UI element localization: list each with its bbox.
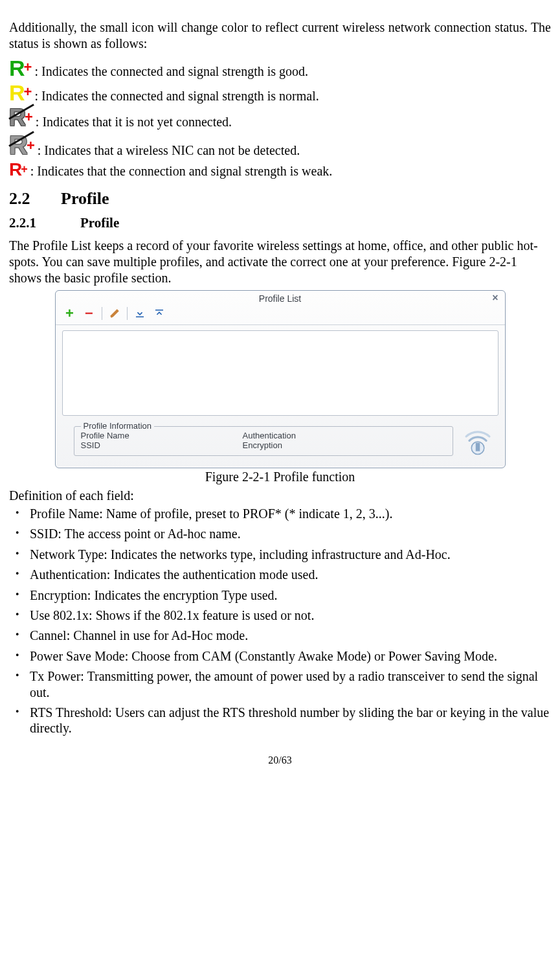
import-button[interactable]: [131, 306, 149, 321]
remove-profile-button[interactable]: −: [80, 306, 98, 321]
toolbar-separator: [102, 307, 102, 320]
list-item: Authentication: Indicates the authentica…: [30, 567, 551, 582]
subsection-title: Profile: [80, 215, 119, 231]
status-normal: R+ : Indicates the connected and signal …: [9, 82, 551, 104]
signal-weak-icon: R+: [9, 161, 28, 179]
export-icon: [153, 308, 165, 319]
wifi-icon: [461, 425, 495, 459]
add-profile-button[interactable]: +: [61, 306, 79, 321]
signal-nonic-icon: R+: [9, 132, 35, 158]
definition-heading: Definition of each field:: [9, 488, 551, 503]
label-profile-name: Profile Name: [81, 431, 243, 440]
profile-description: The Profile List keeps a record of your …: [9, 238, 551, 286]
import-icon: [134, 308, 146, 319]
close-icon[interactable]: ×: [492, 292, 498, 304]
list-item: Encryption: Indicates the encryption Typ…: [30, 587, 551, 603]
figure-caption: Figure 2-2-1 Profile function: [9, 470, 551, 484]
field-definitions-list: Profile Name: Name of profile, preset to…: [9, 506, 551, 736]
profile-list-box[interactable]: [62, 330, 498, 416]
section-title: Profile: [61, 189, 109, 208]
status-weak-text: : Indicates that the connection and sign…: [30, 164, 333, 179]
label-encryption: Encryption: [243, 440, 282, 450]
profile-list-window: Profile List × + − Profile Information P…: [55, 290, 506, 468]
list-item: Profile Name: Name of profile, preset to…: [30, 506, 551, 521]
status-not-connected-text: : Indicates that it is not yet connected…: [36, 115, 232, 130]
subsection-number: 2.2.1: [9, 215, 80, 231]
status-nonic: R+ : Indicates that a wireless NIC can n…: [9, 132, 551, 158]
intro-paragraph: Additionally, the small icon will change…: [9, 19, 551, 52]
list-item: RTS Threshold: Users can adjust the RTS …: [30, 705, 551, 736]
list-item: Use 802.1x: Shows if the 802.1x feature …: [30, 607, 551, 623]
status-weak: R+ : Indicates that the connection and s…: [9, 161, 551, 179]
list-item: SSID: The access point or Ad-hoc name.: [30, 526, 551, 541]
window-title: Profile List ×: [56, 291, 505, 304]
list-item: Cannel: Channel in use for Ad-Hoc mode.: [30, 628, 551, 643]
pencil-icon: [109, 308, 120, 319]
window-title-text: Profile List: [259, 293, 301, 304]
label-ssid: SSID: [81, 440, 243, 450]
toolbar: + −: [56, 304, 505, 325]
status-good: R+ : Indicates the connected and signal …: [9, 57, 551, 79]
status-normal-text: : Indicates the connected and signal str…: [34, 89, 319, 104]
status-nonic-text: : Indicates that a wireless NIC can not …: [38, 143, 300, 158]
list-item: Network Type: Indicates the networks typ…: [30, 547, 551, 562]
toolbar-separator: [127, 307, 128, 320]
status-not-connected: R+ : Indicates that it is not yet connec…: [9, 106, 551, 130]
signal-notconnected-icon: R+: [9, 106, 33, 130]
signal-good-icon: R+: [9, 57, 32, 79]
export-button[interactable]: [150, 306, 168, 321]
list-item: Power Save Mode: Choose from CAM (Consta…: [30, 648, 551, 664]
label-authentication: Authentication: [243, 431, 296, 440]
signal-normal-icon: R+: [9, 82, 32, 104]
profile-info-fieldset: Profile Information Profile Name Authent…: [74, 426, 453, 456]
status-good-text: : Indicates the connected and signal str…: [34, 64, 308, 79]
page-number: 20/63: [9, 755, 551, 766]
edit-profile-button[interactable]: [106, 306, 124, 321]
list-item: Tx Power: Transmitting power, the amount…: [30, 668, 551, 700]
section-number: 2.2: [9, 189, 61, 209]
subsection-heading: 2.2.1Profile: [9, 215, 551, 231]
svg-rect-1: [475, 443, 480, 451]
fieldset-legend: Profile Information: [81, 421, 155, 431]
section-heading: 2.2Profile: [9, 189, 551, 209]
